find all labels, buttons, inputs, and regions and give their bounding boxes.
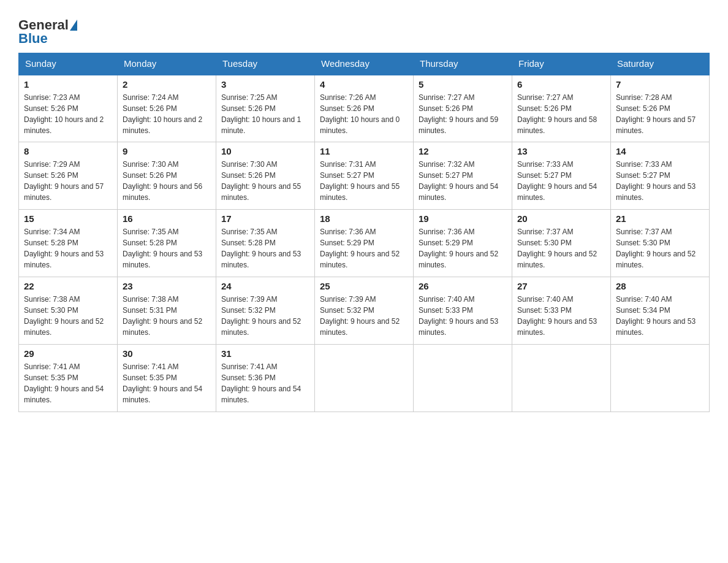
header: General Blue — [18, 12, 710, 47]
day-info: Sunrise: 7:33 AMSunset: 5:27 PMDaylight:… — [616, 159, 704, 203]
calendar-cell: 18Sunrise: 7:36 AMSunset: 5:29 PMDayligh… — [315, 210, 414, 277]
day-number: 19 — [419, 213, 507, 224]
day-number: 23 — [123, 281, 211, 291]
day-info: Sunrise: 7:36 AMSunset: 5:29 PMDaylight:… — [320, 226, 408, 270]
day-info: Sunrise: 7:36 AMSunset: 5:29 PMDaylight:… — [419, 226, 507, 270]
calendar-cell: 6Sunrise: 7:27 AMSunset: 5:26 PMDaylight… — [512, 75, 611, 142]
day-number: 22 — [24, 281, 112, 291]
day-info: Sunrise: 7:27 AMSunset: 5:26 PMDaylight:… — [419, 92, 507, 136]
calendar-cell: 12Sunrise: 7:32 AMSunset: 5:27 PMDayligh… — [414, 142, 512, 210]
calendar-cell: 17Sunrise: 7:35 AMSunset: 5:28 PMDayligh… — [216, 210, 315, 277]
calendar-cell: 1Sunrise: 7:23 AMSunset: 5:26 PMDaylight… — [19, 75, 118, 142]
calendar-table: SundayMondayTuesdayWednesdayThursdayFrid… — [18, 53, 710, 412]
day-number: 20 — [517, 213, 605, 224]
day-number: 3 — [221, 79, 309, 90]
day-info: Sunrise: 7:30 AMSunset: 5:26 PMDaylight:… — [221, 159, 309, 203]
day-number: 31 — [221, 348, 309, 359]
day-number: 14 — [616, 146, 704, 156]
calendar-cell: 31Sunrise: 7:41 AMSunset: 5:36 PMDayligh… — [216, 345, 315, 412]
logo: General Blue — [18, 17, 78, 47]
day-header-thursday: Thursday — [414, 53, 512, 75]
day-info: Sunrise: 7:38 AMSunset: 5:30 PMDaylight:… — [24, 294, 112, 338]
day-number: 2 — [123, 79, 211, 90]
calendar-cell: 26Sunrise: 7:40 AMSunset: 5:33 PMDayligh… — [414, 277, 512, 345]
day-info: Sunrise: 7:32 AMSunset: 5:27 PMDaylight:… — [419, 159, 507, 203]
day-info: Sunrise: 7:26 AMSunset: 5:26 PMDaylight:… — [320, 92, 408, 136]
calendar-cell: 16Sunrise: 7:35 AMSunset: 5:28 PMDayligh… — [118, 210, 216, 277]
calendar-cell — [512, 345, 611, 412]
day-info: Sunrise: 7:37 AMSunset: 5:30 PMDaylight:… — [517, 226, 605, 270]
calendar-cell: 7Sunrise: 7:28 AMSunset: 5:26 PMDaylight… — [611, 75, 710, 142]
day-info: Sunrise: 7:31 AMSunset: 5:27 PMDaylight:… — [320, 159, 408, 203]
day-number: 4 — [320, 79, 408, 90]
day-number: 29 — [24, 348, 112, 359]
day-info: Sunrise: 7:40 AMSunset: 5:33 PMDaylight:… — [419, 294, 507, 338]
day-number: 13 — [517, 146, 605, 156]
day-info: Sunrise: 7:30 AMSunset: 5:26 PMDaylight:… — [123, 159, 211, 203]
day-number: 25 — [320, 281, 408, 291]
day-info: Sunrise: 7:40 AMSunset: 5:34 PMDaylight:… — [616, 294, 704, 338]
day-number: 28 — [616, 281, 704, 291]
day-number: 27 — [517, 281, 605, 291]
day-header-sunday: Sunday — [19, 53, 118, 75]
week-row-1: 1Sunrise: 7:23 AMSunset: 5:26 PMDaylight… — [19, 75, 710, 142]
day-info: Sunrise: 7:29 AMSunset: 5:26 PMDaylight:… — [24, 159, 112, 203]
day-header-wednesday: Wednesday — [315, 53, 414, 75]
day-info: Sunrise: 7:35 AMSunset: 5:28 PMDaylight:… — [123, 226, 211, 270]
day-number: 30 — [123, 348, 211, 359]
week-row-5: 29Sunrise: 7:41 AMSunset: 5:35 PMDayligh… — [19, 345, 710, 412]
day-header-monday: Monday — [118, 53, 216, 75]
day-number: 16 — [123, 213, 211, 224]
calendar-cell — [315, 345, 414, 412]
day-info: Sunrise: 7:33 AMSunset: 5:27 PMDaylight:… — [517, 159, 605, 203]
day-number: 12 — [419, 146, 507, 156]
calendar-cell: 3Sunrise: 7:25 AMSunset: 5:26 PMDaylight… — [216, 75, 315, 142]
day-info: Sunrise: 7:39 AMSunset: 5:32 PMDaylight:… — [221, 294, 309, 338]
week-row-2: 8Sunrise: 7:29 AMSunset: 5:26 PMDaylight… — [19, 142, 710, 210]
calendar-cell: 2Sunrise: 7:24 AMSunset: 5:26 PMDaylight… — [118, 75, 216, 142]
day-number: 5 — [419, 79, 507, 90]
logo-blue-text: Blue — [18, 31, 48, 47]
calendar-cell: 11Sunrise: 7:31 AMSunset: 5:27 PMDayligh… — [315, 142, 414, 210]
calendar-cell: 5Sunrise: 7:27 AMSunset: 5:26 PMDaylight… — [414, 75, 512, 142]
day-header-friday: Friday — [512, 53, 611, 75]
day-header-tuesday: Tuesday — [216, 53, 315, 75]
day-number: 7 — [616, 79, 704, 90]
day-info: Sunrise: 7:41 AMSunset: 5:36 PMDaylight:… — [221, 361, 309, 405]
day-number: 24 — [221, 281, 309, 291]
day-header-saturday: Saturday — [611, 53, 710, 75]
day-info: Sunrise: 7:23 AMSunset: 5:26 PMDaylight:… — [24, 92, 112, 136]
calendar-cell: 13Sunrise: 7:33 AMSunset: 5:27 PMDayligh… — [512, 142, 611, 210]
calendar-cell: 21Sunrise: 7:37 AMSunset: 5:30 PMDayligh… — [611, 210, 710, 277]
calendar-cell: 8Sunrise: 7:29 AMSunset: 5:26 PMDaylight… — [19, 142, 118, 210]
day-info: Sunrise: 7:25 AMSunset: 5:26 PMDaylight:… — [221, 92, 309, 136]
day-number: 26 — [419, 281, 507, 291]
calendar-cell — [414, 345, 512, 412]
day-number: 15 — [24, 213, 112, 224]
day-header-row: SundayMondayTuesdayWednesdayThursdayFrid… — [19, 53, 710, 75]
day-info: Sunrise: 7:28 AMSunset: 5:26 PMDaylight:… — [616, 92, 704, 136]
calendar-cell: 29Sunrise: 7:41 AMSunset: 5:35 PMDayligh… — [19, 345, 118, 412]
day-number: 10 — [221, 146, 309, 156]
day-number: 6 — [517, 79, 605, 90]
day-info: Sunrise: 7:24 AMSunset: 5:26 PMDaylight:… — [123, 92, 211, 136]
day-info: Sunrise: 7:34 AMSunset: 5:28 PMDaylight:… — [24, 226, 112, 270]
calendar-cell: 14Sunrise: 7:33 AMSunset: 5:27 PMDayligh… — [611, 142, 710, 210]
day-number: 9 — [123, 146, 211, 156]
day-info: Sunrise: 7:35 AMSunset: 5:28 PMDaylight:… — [221, 226, 309, 270]
day-info: Sunrise: 7:41 AMSunset: 5:35 PMDaylight:… — [24, 361, 112, 405]
calendar-cell: 20Sunrise: 7:37 AMSunset: 5:30 PMDayligh… — [512, 210, 611, 277]
calendar-cell: 27Sunrise: 7:40 AMSunset: 5:33 PMDayligh… — [512, 277, 611, 345]
day-number: 1 — [24, 79, 112, 90]
day-info: Sunrise: 7:27 AMSunset: 5:26 PMDaylight:… — [517, 92, 605, 136]
day-number: 18 — [320, 213, 408, 224]
week-row-4: 22Sunrise: 7:38 AMSunset: 5:30 PMDayligh… — [19, 277, 710, 345]
calendar-cell: 23Sunrise: 7:38 AMSunset: 5:31 PMDayligh… — [118, 277, 216, 345]
calendar-cell: 19Sunrise: 7:36 AMSunset: 5:29 PMDayligh… — [414, 210, 512, 277]
week-row-3: 15Sunrise: 7:34 AMSunset: 5:28 PMDayligh… — [19, 210, 710, 277]
day-info: Sunrise: 7:38 AMSunset: 5:31 PMDaylight:… — [123, 294, 211, 338]
day-info: Sunrise: 7:41 AMSunset: 5:35 PMDaylight:… — [123, 361, 211, 405]
day-info: Sunrise: 7:37 AMSunset: 5:30 PMDaylight:… — [616, 226, 704, 270]
calendar-cell: 15Sunrise: 7:34 AMSunset: 5:28 PMDayligh… — [19, 210, 118, 277]
calendar-cell: 28Sunrise: 7:40 AMSunset: 5:34 PMDayligh… — [611, 277, 710, 345]
